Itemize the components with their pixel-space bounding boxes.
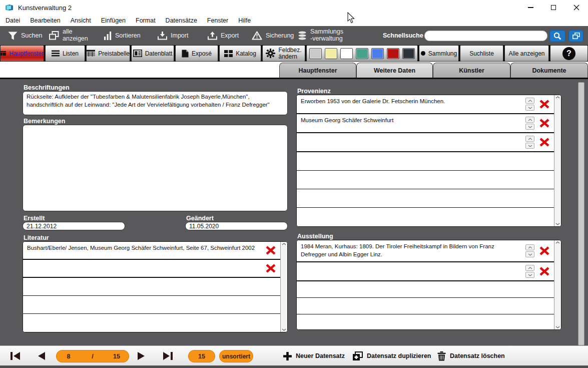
delete-provenienz-row-button[interactable] bbox=[535, 114, 554, 132]
window-vertical-scrollbar[interactable] bbox=[578, 82, 584, 345]
next-record-button[interactable] bbox=[137, 346, 146, 366]
color-swatch-dark[interactable] bbox=[402, 48, 415, 59]
color-swatch-red[interactable] bbox=[387, 48, 399, 59]
move-down-button[interactable] bbox=[525, 251, 534, 257]
delete-provenienz-row-button[interactable] bbox=[535, 95, 554, 113]
menu-item-datensaetze[interactable]: Datensätze bbox=[161, 17, 202, 24]
view-expose-button[interactable]: Exposé bbox=[175, 45, 218, 62]
literatur-empty-row bbox=[23, 296, 280, 314]
search-icon bbox=[553, 32, 561, 40]
last-record-button[interactable] bbox=[162, 346, 173, 366]
move-up-button[interactable] bbox=[525, 265, 534, 271]
scroll-up-icon bbox=[555, 96, 560, 99]
minimize-icon bbox=[528, 7, 533, 8]
delete-x-icon bbox=[539, 267, 549, 276]
search-toolbar-button[interactable]: Suchen bbox=[8, 26, 42, 45]
maximize-button[interactable] bbox=[542, 0, 565, 15]
move-down-button[interactable] bbox=[525, 143, 534, 149]
color-swatch-white[interactable] bbox=[340, 48, 353, 59]
view-datenblatt-button[interactable]: Datenblatt bbox=[131, 45, 174, 62]
collection-management-toolbar-button[interactable]: Sammlungs-verwaltung bbox=[298, 26, 343, 45]
tab-dokumente[interactable]: Dokumente bbox=[510, 63, 588, 78]
delete-record-button[interactable]: Datensatz löschen bbox=[437, 346, 505, 366]
provenienz-panel: Erworben 1953 von der Galerie Dr. Fetsch… bbox=[296, 95, 561, 227]
first-record-button[interactable] bbox=[10, 346, 21, 366]
new-record-button[interactable]: Neuer Datensatz bbox=[283, 346, 345, 366]
literatur-field[interactable]: Bushart/Eberle/ Jensen, Museum Georg Sch… bbox=[23, 242, 261, 259]
sort-toolbar-button[interactable]: Sortieren bbox=[104, 26, 141, 45]
geaendert-field[interactable]: 11.05.2020 bbox=[185, 222, 288, 230]
duplicate-record-button[interactable]: Datensatz duplizieren bbox=[352, 346, 431, 366]
tab-hauptfenster[interactable]: Hauptfenster bbox=[279, 63, 356, 78]
ausstellung-field[interactable] bbox=[297, 262, 525, 280]
view-feldbez-button[interactable]: Feldbez.ändern bbox=[262, 45, 305, 62]
erstellt-label: Erstellt bbox=[24, 215, 45, 222]
color-swatch-teal[interactable] bbox=[356, 48, 368, 59]
quicksearch-go-button[interactable] bbox=[549, 30, 565, 42]
move-down-button[interactable] bbox=[525, 272, 534, 278]
view-suchliste-button[interactable]: Suchliste bbox=[460, 45, 503, 62]
color-swatch-gray[interactable] bbox=[309, 48, 322, 59]
color-swatch-yellow[interactable] bbox=[325, 48, 337, 59]
export-toolbar-button[interactable]: Export bbox=[208, 26, 239, 45]
delete-ausstellung-row-button[interactable] bbox=[535, 262, 554, 280]
menu-item-format[interactable]: Format bbox=[131, 17, 161, 24]
ausstellung-field[interactable]: 1984 Meran, Kurhaus: 1809. Der Tiroler F… bbox=[297, 240, 525, 261]
chevron-up-icon bbox=[528, 267, 532, 269]
move-down-button[interactable] bbox=[525, 124, 534, 130]
record-position-indicator: 8 / 15 bbox=[56, 350, 129, 362]
view-listen-button[interactable]: Listen bbox=[45, 45, 85, 62]
provenienz-scrollbar[interactable] bbox=[554, 95, 561, 226]
literatur-field[interactable] bbox=[23, 260, 261, 277]
tab-strip: Hauptfenster Weitere Daten Künstler Doku… bbox=[0, 62, 588, 78]
beschriftungen-field[interactable]: Rückseite: Aufkleber der "Tubesfarben & … bbox=[23, 91, 288, 115]
tab-kuenstler[interactable]: Künstler bbox=[433, 63, 510, 78]
provenienz-field[interactable]: Erworben 1953 von der Galerie Dr. Fetsch… bbox=[297, 95, 525, 113]
delete-provenienz-row-button[interactable] bbox=[535, 133, 554, 151]
move-up-button[interactable] bbox=[525, 244, 534, 250]
quicksearch-input[interactable] bbox=[424, 31, 547, 41]
move-down-button[interactable] bbox=[525, 105, 534, 111]
previous-record-button[interactable] bbox=[37, 346, 46, 366]
menu-item-einfuegen[interactable]: Einfügen bbox=[96, 17, 131, 24]
erstellt-field[interactable]: 21.12.2012 bbox=[23, 222, 125, 230]
provenienz-field[interactable]: Museum Georg Schäfer Schweinfurt bbox=[297, 114, 525, 132]
ausstellung-row: 1984 Meran, Kurhaus: 1809. Der Tiroler F… bbox=[297, 240, 554, 262]
tab-weitere-daten[interactable]: Weitere Daten bbox=[356, 63, 433, 78]
delete-ausstellung-row-button[interactable] bbox=[535, 240, 554, 261]
view-alle-anzeigen-button[interactable]: Alle anzeigen bbox=[504, 45, 549, 62]
bemerkungen-field[interactable] bbox=[23, 125, 288, 211]
show-all-toolbar-button[interactable]: alleanzeigen bbox=[49, 26, 88, 45]
menu-item-datei[interactable]: Datei bbox=[1, 17, 25, 24]
delete-literatur-row-button[interactable] bbox=[261, 260, 280, 277]
content-area: Beschriftungen Rückseite: Aufkleber der … bbox=[0, 78, 588, 345]
menu-item-fenster[interactable]: Fenster bbox=[202, 17, 233, 24]
view-hauptfenster-button[interactable]: Hauptfenster bbox=[0, 45, 44, 62]
move-up-button[interactable] bbox=[525, 136, 534, 142]
reorder-spinner bbox=[525, 133, 535, 151]
delete-literatur-row-button[interactable] bbox=[261, 242, 280, 259]
view-sammlung-button[interactable]: Sammlung bbox=[419, 45, 459, 62]
quicksearch-showall-button[interactable] bbox=[568, 30, 583, 42]
move-up-button[interactable] bbox=[525, 98, 534, 104]
close-button[interactable] bbox=[565, 0, 588, 15]
view-preistabelle-button[interactable]: Preistabelle bbox=[86, 45, 130, 62]
view-katalog-button[interactable]: Katalog bbox=[219, 45, 261, 62]
color-swatch-blue[interactable] bbox=[371, 48, 384, 59]
chevron-up-icon bbox=[528, 138, 532, 140]
provenienz-field[interactable] bbox=[297, 133, 525, 151]
scroll-up-icon bbox=[555, 241, 560, 244]
menu-item-ansicht[interactable]: Ansicht bbox=[66, 17, 96, 24]
backup-toolbar-button[interactable]: Sicherung bbox=[252, 26, 294, 45]
help-button[interactable]: ? bbox=[550, 45, 588, 62]
menu-item-bearbeiten[interactable]: Bearbeiten bbox=[25, 17, 65, 24]
reorder-spinner bbox=[525, 114, 535, 132]
import-toolbar-button[interactable]: Import bbox=[158, 26, 188, 45]
chevron-up-icon bbox=[528, 119, 532, 121]
literatur-scrollbar[interactable] bbox=[280, 242, 287, 332]
move-up-button[interactable] bbox=[525, 117, 534, 123]
ausstellung-scrollbar[interactable] bbox=[554, 240, 561, 329]
minimize-button[interactable] bbox=[519, 0, 542, 15]
menu-item-hilfe[interactable]: Hilfe bbox=[233, 17, 256, 24]
show-all-icon bbox=[49, 31, 59, 40]
